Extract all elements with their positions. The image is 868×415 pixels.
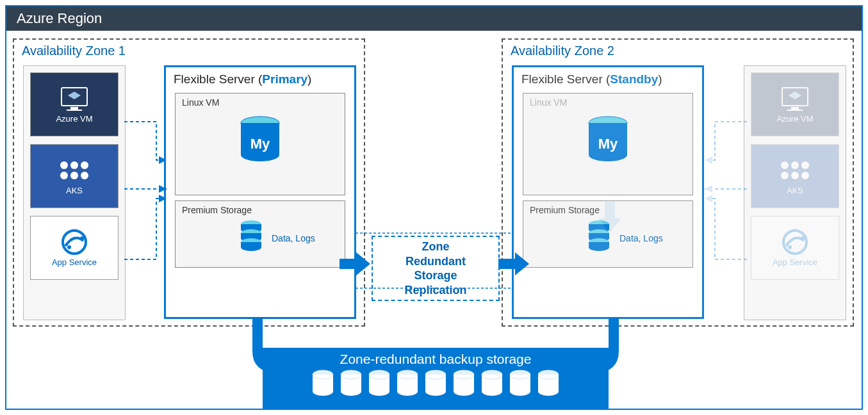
aks-service-standby: AKS — [751, 144, 839, 208]
mysql-icon — [240, 117, 281, 167]
appservice-icon — [59, 229, 90, 255]
aks-label: AKS — [787, 186, 803, 195]
backup-storage: Zone-redundant backup storage — [263, 348, 609, 409]
data-logs-label-standby: Data, Logs — [619, 233, 663, 243]
flexible-server-standby: Flexible Server (Standby) Linux VM Premi… — [512, 65, 704, 319]
appservice-label: App Service — [52, 257, 97, 267]
mysql-icon — [587, 117, 628, 167]
az1-client-services: Azure VM AKS App Service — [23, 65, 126, 320]
fs-primary-linux-vm: Linux VM — [175, 93, 345, 195]
disks-icon — [240, 219, 263, 255]
availability-zone-2: Availability Zone 2 Flexible Server (Sta… — [502, 38, 854, 327]
app-service: App Service — [30, 216, 119, 280]
aks-label: AKS — [66, 186, 83, 195]
aks-icon — [59, 158, 90, 183]
disks-icon — [587, 219, 610, 255]
azure-vm-label: Azure VM — [56, 114, 92, 124]
zone-redundant-storage-replication: Zone Redundant Storage Replication — [372, 236, 500, 301]
fs-standby-linux-vm: Linux VM — [523, 93, 693, 195]
backup-title: Zone-redundant backup storage — [263, 352, 609, 367]
azure-vm-label: Azure VM — [776, 114, 813, 124]
availability-zone-1: Availability Zone 1 Azure VM AKS App Ser… — [13, 38, 365, 327]
aks-service: AKS — [30, 144, 119, 208]
flexible-server-primary: Flexible Server (Primary) Linux VM Premi… — [164, 65, 356, 319]
data-logs-label: Data, Logs — [272, 233, 315, 243]
azure-region-frame: Azure Region Availability Zone 1 Azure V… — [5, 5, 863, 410]
fs-standby-title: Flexible Server (Standby) — [514, 67, 702, 88]
app-service-standby: App Service — [751, 216, 839, 280]
linux-vm-label-standby: Linux VM — [523, 94, 692, 111]
region-title: Azure Region — [6, 6, 862, 31]
linux-vm-label: Linux VM — [176, 94, 345, 111]
premium-storage-label-standby: Premium Storage — [523, 201, 692, 219]
fs-primary-premium-storage: Premium Storage Data, Logs — [175, 200, 345, 268]
vm-icon — [780, 86, 810, 111]
azure-vm-service: Azure VM — [30, 72, 119, 136]
appservice-icon — [780, 229, 810, 255]
vm-icon — [59, 86, 90, 111]
azure-vm-service-standby: Azure VM — [751, 72, 839, 136]
backup-cans — [263, 370, 609, 398]
az1-title: Availability Zone 1 — [22, 44, 126, 58]
appservice-label: App Service — [773, 257, 817, 267]
aks-icon — [780, 158, 810, 183]
az2-title: Availability Zone 2 — [511, 44, 614, 58]
fs-primary-title: Flexible Server (Primary) — [166, 67, 354, 88]
az2-client-services: Azure VM AKS App Service — [744, 65, 846, 320]
fs-standby-premium-storage: Premium Storage Data, Logs — [523, 200, 693, 268]
premium-storage-label: Premium Storage — [176, 201, 345, 219]
